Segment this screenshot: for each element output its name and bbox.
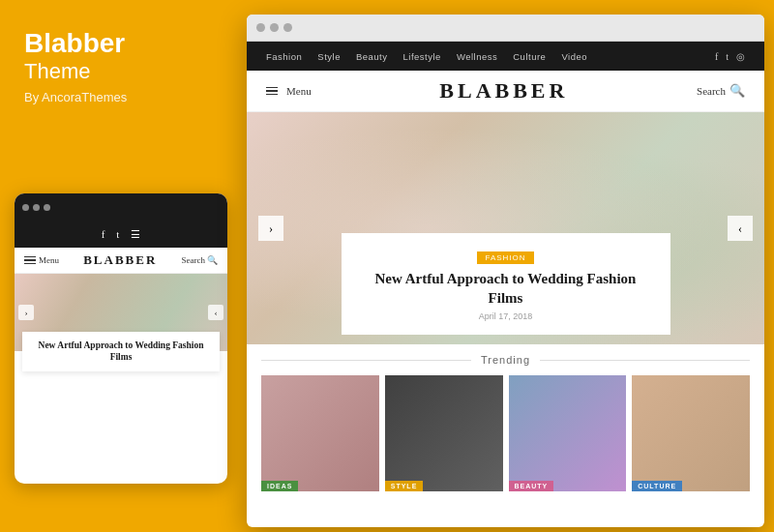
- twitter-icon[interactable]: t: [726, 51, 729, 62]
- mockup-article-card: New Artful Approach to Wedding Fashion F…: [22, 332, 220, 371]
- nav-style[interactable]: Style: [317, 51, 341, 62]
- nav-fashion[interactable]: Fashion: [266, 51, 302, 62]
- mockup-next-button[interactable]: ‹: [208, 305, 223, 320]
- mockup-social-nav: f t ☰: [15, 221, 227, 248]
- mockup-header: Menu BLABBER Search 🔍: [15, 248, 227, 274]
- mockup-twitter-icon: t: [116, 228, 119, 240]
- hero-article-card: FASHION New Artful Approach to Wedding F…: [342, 233, 670, 335]
- site-navigation: Fashion Style Beauty Lifestyle Wellness …: [247, 42, 764, 71]
- trending-grid: IDEAS STYLE BEAUTY CULTURE: [261, 375, 750, 491]
- trending-item-4[interactable]: CULTURE: [632, 375, 750, 491]
- site-search-button[interactable]: Search 🔍: [697, 83, 745, 99]
- hero-date: April 17, 2018: [361, 311, 651, 321]
- hero-area: › ‹ FASHION New Artful Approach to Weddi…: [247, 112, 764, 344]
- mobile-mockup: f t ☰ Menu BLABBER Search 🔍 › ‹ New Artf…: [15, 193, 227, 484]
- nav-video[interactable]: Video: [561, 51, 587, 62]
- nav-beauty[interactable]: Beauty: [356, 51, 388, 62]
- trending-image-3: [509, 375, 627, 491]
- mockup-dot-3: [44, 204, 50, 211]
- search-icon: 🔍: [729, 83, 745, 99]
- site-header: Menu BLABBER Search 🔍: [247, 71, 764, 112]
- left-panel: Blabber Theme By AncoraThemes f t ☰ Menu…: [0, 0, 237, 532]
- search-label: Search: [697, 85, 726, 97]
- mockup-search-icon: 🔍: [207, 255, 218, 265]
- mockup-instagram-icon: ☰: [131, 228, 140, 241]
- trending-label: Trending: [481, 354, 530, 366]
- site-menu-button[interactable]: Menu: [266, 85, 312, 97]
- hero-prev-button[interactable]: ›: [258, 216, 283, 241]
- trending-line-right: [540, 360, 750, 361]
- brand-theme: Theme: [24, 59, 218, 84]
- trending-image-1: [261, 375, 379, 491]
- browser-dot-2: [270, 23, 279, 32]
- browser-dot-1: [256, 23, 265, 32]
- browser-window: Fashion Style Beauty Lifestyle Wellness …: [247, 15, 764, 527]
- hamburger-icon: [266, 87, 278, 96]
- site-logo: BLABBER: [312, 78, 697, 103]
- mockup-top-bar: [15, 193, 227, 221]
- mockup-search-label: Search: [181, 255, 205, 265]
- mockup-search-button[interactable]: Search 🔍: [181, 255, 218, 265]
- trending-badge-culture: CULTURE: [632, 481, 682, 491]
- facebook-icon[interactable]: f: [715, 51, 718, 62]
- site-nav-socials: f t ◎: [715, 51, 745, 62]
- nav-wellness[interactable]: Wellness: [457, 51, 497, 62]
- trending-badge-ideas: IDEAS: [261, 481, 298, 491]
- browser-chrome-bar: [247, 15, 764, 42]
- trending-badge-style: STYLE: [385, 481, 424, 491]
- nav-lifestyle[interactable]: Lifestyle: [403, 51, 441, 62]
- trending-image-2: [385, 375, 503, 491]
- mockup-card-title: New Artful Approach to Wedding Fashion F…: [30, 340, 212, 364]
- hero-tag: FASHION: [477, 251, 533, 264]
- nav-culture[interactable]: Culture: [513, 51, 546, 62]
- trending-badge-beauty: BEAUTY: [509, 481, 554, 491]
- hero-title[interactable]: New Artful Approach to Wedding Fashion F…: [361, 270, 651, 308]
- trending-header: Trending: [261, 354, 750, 366]
- trending-item-2[interactable]: STYLE: [385, 375, 503, 491]
- brand-name: Blabber: [24, 29, 218, 59]
- mockup-prev-button[interactable]: ›: [18, 305, 34, 320]
- mockup-menu-button[interactable]: Menu: [24, 255, 59, 265]
- instagram-icon[interactable]: ◎: [736, 51, 745, 62]
- trending-line-left: [261, 360, 471, 361]
- mockup-dot-1: [22, 204, 29, 211]
- mockup-hamburger-icon: [24, 256, 36, 265]
- mockup-facebook-icon: f: [102, 228, 105, 240]
- hero-next-button[interactable]: ‹: [728, 216, 753, 241]
- brand-by: By AncoraThemes: [24, 90, 218, 104]
- trending-image-4: [632, 375, 750, 491]
- browser-dot-3: [283, 23, 292, 32]
- trending-item-1[interactable]: IDEAS: [261, 375, 379, 491]
- mockup-logo: BLABBER: [83, 252, 157, 268]
- site-nav-links: Fashion Style Beauty Lifestyle Wellness …: [266, 51, 587, 62]
- trending-item-3[interactable]: BEAUTY: [509, 375, 627, 491]
- trending-section: Trending IDEAS STYLE BEAUTY CULTURE: [247, 344, 764, 491]
- mockup-dot-2: [33, 204, 40, 211]
- mockup-menu-label: Menu: [39, 255, 59, 265]
- menu-label: Menu: [286, 85, 312, 97]
